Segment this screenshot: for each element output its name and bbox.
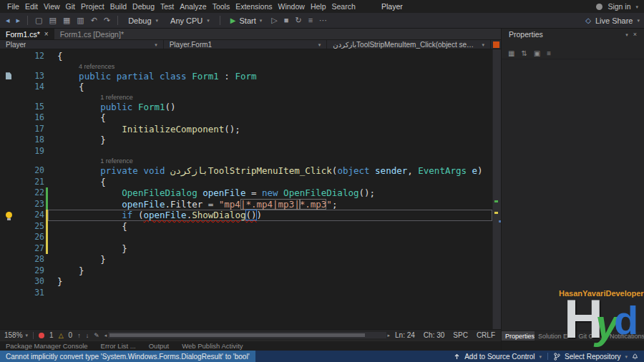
debug-config-dropdown[interactable]: Debug ▾ [124,16,162,25]
chevron-down-icon[interactable]: ▾ [625,32,628,37]
save-all-icon[interactable]: ▥ [75,16,85,24]
categorized-icon[interactable]: ▦ [508,49,514,57]
scroll-right-icon[interactable]: ▸ [388,333,391,338]
run-without-debug-icon[interactable]: ▷ [270,16,278,24]
dock-tab-git-cha[interactable]: Git Cha... [575,331,606,341]
panel-tab-output[interactable]: Output [149,342,170,350]
document-health-indicator[interactable] [491,40,501,49]
sign-in-link[interactable]: Sign in [608,2,630,11]
document-icon[interactable] [0,72,17,79]
dock-tab-notifications[interactable]: Notifications [606,331,644,341]
select-repository-button[interactable]: Select Repository [565,353,620,361]
panel-tab-error-list[interactable]: Error List ... [101,342,136,350]
code-text[interactable]: InitializeComponent(); [48,124,492,135]
codelens-references[interactable]: 4 references [79,62,114,71]
code-text[interactable]: } [48,243,492,255]
scrollbar-thumb[interactable] [109,333,365,337]
breadcrumb-item-2[interactable]: بازکردنToolStripMenuItem_Click(object se… [327,40,491,49]
redo-icon[interactable]: ↷ [102,16,112,24]
code-text[interactable]: { [48,177,492,188]
scroll-left-icon[interactable]: ◂ [104,333,107,338]
code-text[interactable]: public Form1() [48,102,492,113]
next-issue-icon[interactable]: ↓ [86,332,89,339]
code-text[interactable]: private void بازکردنToolStripMenuItem_Cl… [48,165,492,177]
code-text[interactable]: } [48,276,492,288]
platform-dropdown[interactable]: Any CPU ▾ [166,16,214,25]
tab-form1-cs[interactable]: Form1.cs*× [0,29,54,39]
panel-tab-web-publish-activity[interactable]: Web Publish Activity [182,342,243,350]
dock-tab-properties[interactable]: Properties [502,331,535,341]
chevron-down-icon[interactable]: ▾ [637,18,640,23]
more-commands-icon[interactable]: ⋯ [318,16,328,24]
breadcrumb-item-0[interactable]: Player▾ [0,40,164,49]
start-debug-button[interactable]: ▶ Start ▾ [226,16,266,25]
error-count[interactable]: 1 [49,331,54,339]
code-text[interactable]: openFile.Filter = "mp4|*.mp4|mp3|*.mp3"; [48,199,492,210]
vertical-scrollbar[interactable] [492,49,501,329]
refresh-icon[interactable]: ↻ [293,16,303,24]
error-count-icon[interactable] [39,333,44,338]
code-text[interactable] [48,146,492,157]
menu-item-test[interactable]: Test [157,2,177,11]
live-share-button[interactable]: Live Share [595,16,633,25]
properties-view-icon[interactable]: ▣ [534,49,540,57]
code-text[interactable] [48,232,492,243]
undo-icon[interactable]: ↶ [89,16,99,24]
panel-tab-package-manager-console[interactable]: Package Manager Console [6,342,88,350]
horizontal-scrollbar[interactable]: ◂ ▸ [104,332,390,339]
codelens-references[interactable]: 1 reference [100,93,133,102]
menu-item-search[interactable]: Search [329,2,358,11]
menu-item-tools[interactable]: Tools [210,2,233,11]
outline-icon[interactable]: ≡ [307,16,314,24]
events-icon[interactable]: ≡ [547,49,551,57]
lightbulb-icon[interactable] [0,212,17,218]
menu-item-view[interactable]: View [41,2,63,11]
menu-item-file[interactable]: File [4,2,22,11]
warning-count-icon[interactable]: △ [59,332,64,339]
menu-item-debug[interactable]: Debug [130,2,157,11]
scrollbar-track[interactable] [108,332,386,338]
code-text[interactable]: { [48,82,492,93]
menu-item-window[interactable]: Window [275,2,308,11]
codelens-references[interactable]: 1 reference [100,157,133,165]
bell-icon[interactable] [632,353,638,360]
dock-tab-solution-ex[interactable]: Solution Ex... [535,331,575,341]
zoom-control[interactable]: 158% ▾ [4,331,28,339]
navigate-back-icon[interactable]: ◂ [4,16,11,24]
code-text[interactable]: OpenFileDialog openFile = new OpenFileDi… [48,187,492,199]
close-icon[interactable]: × [44,31,49,38]
code-editor[interactable]: 12{ 4 references13 public partial class … [0,49,492,329]
menu-item-edit[interactable]: Edit [22,2,41,11]
code-text[interactable]: public partial class Form1 : Form [48,71,492,82]
prev-issue-icon[interactable]: ↑ [77,332,81,339]
chevron-down-icon[interactable]: ▾ [625,354,628,359]
chevron-down-icon[interactable]: ▾ [635,4,638,9]
edit-icon[interactable]: ✎ [94,332,99,339]
add-to-source-control-button[interactable]: Add to Source Control [464,353,535,361]
menu-item-build[interactable]: Build [107,2,130,11]
navigate-forward-icon[interactable]: ▸ [15,16,22,24]
menu-item-help[interactable]: Help [308,2,329,11]
breadcrumb-item-1[interactable]: Player.Form1▾ [164,40,328,49]
menu-item-extensions[interactable]: Extensions [233,2,275,11]
code-text[interactable]: } [48,265,492,277]
chevron-down-icon[interactable]: ▾ [540,354,542,359]
code-text[interactable]: if (openFile.ShowDialog()) [48,210,492,221]
close-icon[interactable]: × [633,31,637,38]
code-text[interactable]: { [48,221,492,233]
code-text[interactable]: } [48,254,492,265]
stop-icon[interactable]: ■ [283,16,291,24]
new-file-icon[interactable]: ▢ [34,16,44,24]
code-text[interactable]: { [48,112,492,124]
code-text[interactable]: } [48,134,492,146]
tab-form1-cs-design[interactable]: Form1.cs [Design]* [54,29,130,39]
open-file-icon[interactable]: ▤ [47,16,57,24]
alphabetical-icon[interactable]: ⇅ [521,49,527,57]
menu-item-project[interactable]: Project [78,2,107,11]
warning-count[interactable]: 0 [69,331,73,339]
save-icon[interactable]: ▦ [62,16,72,24]
menu-item-analyze[interactable]: Analyze [177,2,209,11]
menu-item-git[interactable]: Git [63,2,78,11]
code-text[interactable]: { [48,51,492,62]
code-text[interactable] [48,288,492,299]
